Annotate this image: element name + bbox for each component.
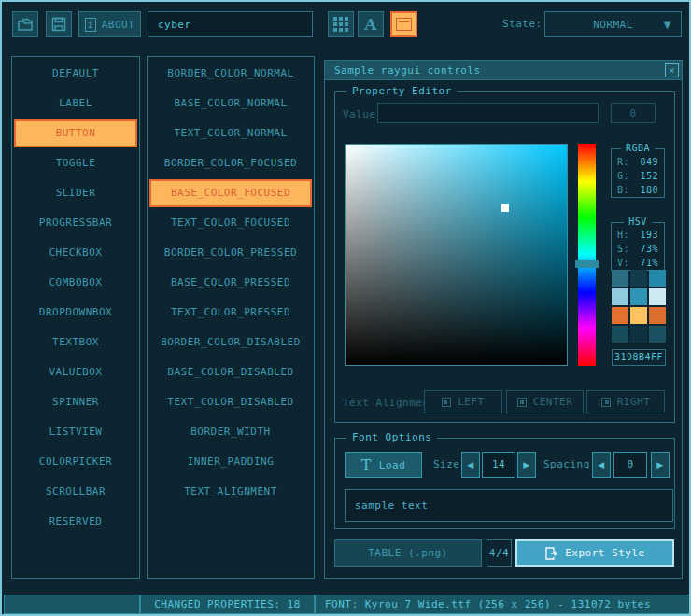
property-list-item[interactable]: TEXT_COLOR_NORMAL: [149, 119, 312, 147]
property-list-item[interactable]: TEXT_COLOR_FOCUSED: [149, 209, 312, 237]
color-swatch[interactable]: [649, 307, 666, 324]
control-list-item[interactable]: BUTTON: [14, 119, 137, 147]
text-load-icon: T: [361, 456, 372, 474]
control-list-item[interactable]: SPINNER: [14, 388, 137, 416]
color-swatch[interactable]: [612, 326, 628, 343]
property-list-item[interactable]: TEXT_COLOR_DISABLED: [149, 388, 312, 416]
size-decrease-button[interactable]: ◀: [461, 452, 480, 478]
hsv-h-row: H:193: [612, 228, 664, 242]
color-swatch[interactable]: [649, 270, 666, 287]
property-list-item[interactable]: INNER_PADDING: [149, 448, 312, 476]
property-list-item[interactable]: BORDER_WIDTH: [149, 418, 312, 446]
sample-controls-window: Sample raygui controls × Property Editor…: [324, 60, 683, 579]
property-list-item[interactable]: BASE_COLOR_FOCUSED: [149, 179, 312, 207]
control-list-item[interactable]: TEXTBOX: [14, 329, 137, 357]
controls-preview-button[interactable]: [390, 11, 417, 37]
rgba-b-value: 180: [640, 183, 658, 197]
font-spacing-value[interactable]: 0: [613, 452, 647, 478]
control-list-item[interactable]: SCROLLBAR: [14, 478, 137, 506]
about-button[interactable]: i ABOUT: [78, 11, 141, 37]
control-list-item[interactable]: DROPDOWNBOX: [14, 299, 137, 327]
font-options-group: Font Options T Load Size: ◀ 14 ▶ Spacing…: [334, 438, 675, 529]
grid-icon: [333, 17, 348, 32]
color-swatch[interactable]: [649, 326, 666, 343]
sv-marker[interactable]: [501, 204, 509, 212]
hue-slider[interactable]: [578, 144, 596, 366]
control-list-item[interactable]: TOGGLE: [14, 149, 137, 177]
window-icon: [396, 18, 412, 31]
color-swatch[interactable]: [612, 270, 628, 287]
close-button[interactable]: ×: [665, 63, 679, 77]
rgba-group-label: RGBA: [621, 143, 655, 153]
property-list-item[interactable]: BORDER_COLOR_PRESSED: [149, 239, 312, 267]
property-list-item[interactable]: BORDER_COLOR_NORMAL: [149, 60, 312, 88]
color-swatch[interactable]: [630, 326, 647, 343]
align-center-label: CENTER: [533, 396, 573, 408]
color-swatch[interactable]: [630, 307, 647, 324]
property-list-item[interactable]: TEXT_COLOR_PRESSED: [149, 299, 312, 327]
control-list-item[interactable]: RESERVED: [14, 508, 137, 536]
value-input[interactable]: [377, 103, 599, 123]
style-name-input[interactable]: [148, 11, 313, 37]
control-list-item[interactable]: LISTVIEW: [14, 418, 137, 446]
hsv-h-value: 193: [640, 228, 658, 242]
export-table-button[interactable]: TABLE (.png): [334, 539, 482, 567]
style-color-swatches: [612, 270, 666, 343]
align-center-button[interactable]: CENTER: [506, 390, 584, 413]
property-list-item[interactable]: TEXT_ALIGNMENT: [149, 478, 312, 506]
control-list-item[interactable]: COMBOBOX: [14, 269, 137, 297]
hsv-s-value: 73%: [640, 242, 658, 256]
align-right-icon: [601, 398, 611, 407]
export-style-label: Export Style: [565, 547, 644, 559]
control-list-item[interactable]: CHECKBOX: [14, 239, 137, 267]
color-swatch[interactable]: [612, 307, 628, 324]
value-zero-button[interactable]: 0: [611, 103, 656, 123]
hex-color-value[interactable]: 3198B4FF: [612, 349, 666, 366]
property-list-item[interactable]: BORDER_COLOR_FOCUSED: [149, 149, 312, 177]
font-icon: A: [364, 15, 377, 34]
color-sv-panel[interactable]: [345, 144, 568, 366]
align-left-label: LEFT: [458, 396, 485, 408]
control-list-item[interactable]: PROGRESSBAR: [14, 209, 137, 237]
hue-slider-handle[interactable]: [575, 260, 599, 268]
control-list-item[interactable]: LABEL: [14, 90, 137, 118]
window-titlebar[interactable]: Sample raygui controls: [325, 61, 682, 80]
control-list-item[interactable]: VALUEBOX: [14, 358, 137, 386]
size-increase-button[interactable]: ▶: [517, 452, 536, 478]
control-list-item[interactable]: DEFAULT: [14, 60, 137, 88]
property-list-item[interactable]: BORDER_COLOR_DISABLED: [149, 329, 312, 357]
export-style-button[interactable]: Export Style: [515, 539, 674, 567]
align-left-button[interactable]: LEFT: [424, 390, 502, 413]
hsv-s-row: S:73%: [612, 242, 664, 256]
property-list-item[interactable]: BASE_COLOR_PRESSED: [149, 269, 312, 297]
open-style-button[interactable]: [12, 11, 38, 37]
info-icon: i: [85, 18, 96, 32]
folder-open-icon: [17, 17, 34, 32]
font-atlas-button[interactable]: A: [358, 11, 384, 37]
color-swatch[interactable]: [630, 288, 647, 305]
color-swatch[interactable]: [649, 288, 666, 305]
align-right-button[interactable]: RIGHT: [586, 390, 665, 413]
close-icon: ×: [669, 64, 675, 77]
property-list-item[interactable]: BASE_COLOR_DISABLED: [149, 358, 312, 386]
control-list-item[interactable]: COLORPICKER: [14, 448, 137, 476]
style-table-button[interactable]: [328, 11, 354, 37]
export-table-label: TABLE (.png): [368, 547, 447, 559]
spacing-decrease-button[interactable]: ◀: [592, 452, 611, 478]
spacing-increase-button[interactable]: ▶: [651, 452, 670, 478]
rgba-r-row: R:049: [612, 155, 664, 169]
save-style-button[interactable]: [46, 11, 72, 37]
rgba-r-value: 049: [640, 155, 658, 169]
value-zero-label: 0: [629, 107, 636, 119]
font-size-value[interactable]: 14: [482, 452, 515, 478]
format-counter: 4/4: [487, 539, 512, 567]
hsv-group: HSV H:193 S:73% V:71%: [611, 222, 665, 271]
color-swatch[interactable]: [630, 270, 647, 287]
state-dropdown[interactable]: NORMAL ▼: [544, 11, 682, 37]
control-list-item[interactable]: SLIDER: [14, 179, 137, 207]
color-swatch[interactable]: [612, 288, 628, 305]
font-spacing-label: Spacing:: [543, 458, 597, 470]
font-load-button[interactable]: T Load: [345, 452, 422, 478]
property-list-item[interactable]: BASE_COLOR_NORMAL: [149, 90, 312, 118]
sample-text-input[interactable]: sample text: [345, 489, 673, 522]
